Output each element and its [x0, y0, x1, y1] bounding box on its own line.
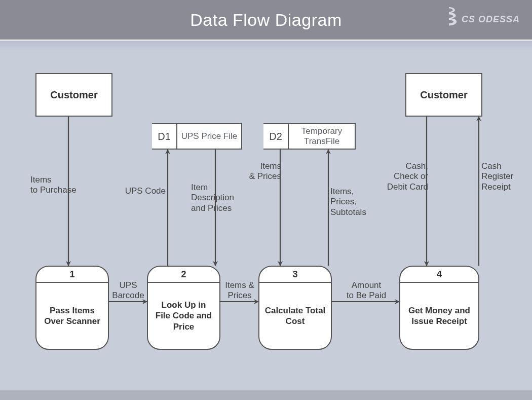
- process-4-name: Get Money and Issue Receipt: [400, 283, 478, 349]
- header: Data Flow Diagram CS ODESSA: [0, 0, 532, 41]
- process-2-num: 2: [148, 267, 219, 283]
- entity-customer-right: Customer: [405, 73, 482, 117]
- flow-ups-barcode: UPSBarcode: [108, 280, 148, 301]
- process-3-name: Calculate Total Cost: [259, 283, 331, 349]
- diagram-canvas: Customer Customer D1 UPS Price File D2 T…: [0, 51, 532, 390]
- datastore-d1-id: D1: [152, 124, 177, 149]
- process-4-num: 4: [400, 267, 478, 283]
- flow-items-to-purchase: Itemsto Purchase: [30, 175, 91, 196]
- flow-cash-check-debit: Cash,Check orDebit Card: [380, 161, 428, 192]
- entity-customer-left: Customer: [35, 73, 112, 117]
- flow-items-and-prices-top: Items& Prices: [242, 161, 281, 182]
- flow-ups-code: UPS Code: [120, 186, 166, 196]
- process-1-num: 1: [36, 267, 108, 283]
- header-stripe: [0, 41, 532, 51]
- datastore-d2-id: D2: [263, 124, 289, 149]
- flow-item-desc-prices: ItemDescriptionand Prices: [191, 183, 252, 213]
- flow-items-and-prices-mid: Items &Prices: [220, 280, 259, 301]
- datastore-d1: D1 UPS Price File: [152, 123, 242, 150]
- brand-text: CS ODESSA: [462, 14, 520, 25]
- datastore-d1-name: UPS Price File: [177, 124, 241, 149]
- datastore-d2: D2 Temporary TransFile: [263, 123, 356, 150]
- footer-stripe: [0, 390, 532, 400]
- brand: CS ODESSA: [440, 7, 520, 32]
- process-1: 1 Pass Items Over Scanner: [35, 266, 109, 350]
- brand-logo-icon: [440, 7, 458, 32]
- flow-items-prices-subtotals: Items,Prices,Subtotals: [330, 187, 381, 217]
- process-3: 3 Calculate Total Cost: [258, 266, 332, 350]
- datastore-d2-name: Temporary TransFile: [289, 124, 355, 149]
- flow-amount-to-be-paid: Amountto Be Paid: [338, 280, 394, 301]
- process-3-num: 3: [259, 267, 331, 283]
- flow-cash-register-receipt: CashRegisterReceipt: [481, 161, 527, 192]
- process-2-name: Look Up in File Code and Price: [148, 283, 219, 349]
- process-4: 4 Get Money and Issue Receipt: [399, 266, 479, 350]
- process-2: 2 Look Up in File Code and Price: [147, 266, 220, 350]
- process-1-name: Pass Items Over Scanner: [36, 283, 108, 349]
